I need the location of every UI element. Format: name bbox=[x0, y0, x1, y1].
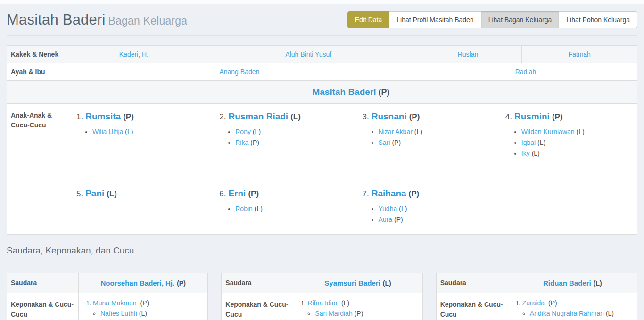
grandparents-row: Kakek & Nenek Kaderi, H. Aluh Binti Yusu… bbox=[7, 46, 637, 63]
row-label-parents: Ayah & Ibu bbox=[7, 63, 65, 81]
row-label-person bbox=[7, 81, 65, 104]
view-family-chart-button[interactable]: Lihat Bagan Keluarga bbox=[481, 11, 560, 28]
sibling-row: SaudaraNoorsehan Baderi, Hj.(P) bbox=[7, 273, 208, 293]
grandchildren-list: Wildan Kurniawan(L)Iqbal(L)Iky(L) bbox=[513, 128, 628, 157]
grandchild-name-link[interactable]: Rony bbox=[235, 128, 251, 135]
nephew-children-list: Nafies Luthfi(L) bbox=[93, 310, 204, 317]
child-entry: 7.Raihana(P)Yudha(L)Aura(P) bbox=[351, 175, 494, 234]
gender-label: (P) bbox=[177, 279, 186, 287]
view-profile-button[interactable]: Lihat Profil Masitah Baderi bbox=[389, 11, 481, 28]
grandchild-name-link[interactable]: Iky bbox=[521, 150, 530, 157]
grandchildren-list: Nizar Akbar(L)Sari(P) bbox=[370, 128, 486, 146]
children-grid: 1.Rumsita(P)Wilia Ulfija(L)2.Rusman Riad… bbox=[65, 104, 637, 234]
child-heading: 2.Rusman Riadi(L) bbox=[219, 111, 342, 122]
person-row: Masitah Baderi(P) bbox=[7, 81, 637, 104]
child-name-link[interactable]: Pani bbox=[85, 188, 104, 198]
grandchild-name-link[interactable]: Rika bbox=[235, 139, 248, 146]
nephew-child-name-link[interactable]: Nafies Luthfi bbox=[100, 310, 137, 317]
child-heading: 5.Pani(L) bbox=[76, 188, 199, 199]
nephew-number: 1. bbox=[516, 300, 520, 307]
nephew-name-link[interactable]: Muna Makmun bbox=[93, 299, 137, 307]
child-name-link[interactable]: Raihana bbox=[372, 188, 406, 198]
grandchildren-list: Yudha(L)Aura(P) bbox=[370, 205, 486, 223]
grandchild-item: Wilia Ulfija(L) bbox=[92, 128, 199, 135]
grandparent-link[interactable]: Kaderi, H. bbox=[119, 51, 149, 58]
nephew-children-list: Andika Nugraha Rahman(L) bbox=[522, 310, 633, 317]
person-cell: Masitah Baderi(P) bbox=[65, 81, 637, 104]
grandchild-item: Sari(P) bbox=[379, 139, 486, 146]
nephews-row: Keponakan & Cucu-Cucu1.Muna Makmun (P)Na… bbox=[7, 293, 208, 320]
father-link[interactable]: Anang Baderi bbox=[219, 68, 259, 76]
nephew-name-link[interactable]: Rifna Idiar bbox=[307, 299, 338, 307]
view-family-tree-button[interactable]: Lihat Pohon Keluarga bbox=[559, 11, 637, 28]
child-name-link[interactable]: Rumsita bbox=[85, 111, 121, 121]
children-row: 5.Pani(L)6.Erni(P)Robin(L)7.Raihana(P)Yu… bbox=[65, 175, 637, 234]
edit-data-button[interactable]: Edit Data bbox=[347, 11, 390, 28]
child-name-link[interactable]: Rusmini bbox=[514, 111, 550, 121]
child-name-link[interactable]: Rusman Riadi bbox=[228, 111, 288, 121]
nephew-heading: 1.Rifna Idiar (L) bbox=[301, 299, 418, 307]
child-name-link[interactable]: Rusnani bbox=[372, 111, 407, 121]
mother-link[interactable]: Radiah bbox=[515, 68, 536, 76]
row-label-sibling: Saudara bbox=[436, 273, 508, 293]
child-entry: 5.Pani(L) bbox=[65, 175, 208, 234]
child-heading: 1.Rumsita(P) bbox=[76, 111, 199, 122]
child-heading: 7.Raihana(P) bbox=[363, 188, 486, 199]
grandchild-name-link[interactable]: Wilia Ulfija bbox=[92, 128, 123, 135]
row-label-grandparents: Kakek & Nenek bbox=[7, 46, 65, 63]
nephew-number: 1. bbox=[86, 300, 91, 307]
row-label-nephews: Keponakan & Cucu-Cucu bbox=[436, 293, 508, 320]
grandchild-item: Wildan Kurniawan(L) bbox=[521, 128, 628, 135]
nephew-name-link[interactable]: Zuraida bbox=[522, 299, 545, 307]
grandchildren-list: Rony(L)Rika(P) bbox=[227, 128, 342, 146]
grandchild-name-link[interactable]: Nizar Akbar bbox=[379, 128, 413, 135]
gender-label: (P) bbox=[546, 299, 557, 307]
nephew-child-name-link[interactable]: Sari Mardiah bbox=[315, 310, 352, 317]
person-name-link[interactable]: Masitah Baderi bbox=[312, 87, 376, 97]
sibling-name-link[interactable]: Riduan Baderi bbox=[543, 279, 591, 287]
grandchild-name-link[interactable]: Yudha bbox=[379, 205, 397, 212]
grandparent-cell: Aluh Binti Yusuf bbox=[203, 46, 414, 63]
child-number: 3. bbox=[363, 112, 369, 121]
gender-label: (L) bbox=[414, 128, 422, 135]
gender-label: (L) bbox=[125, 128, 133, 135]
grandchild-item: Robin(L) bbox=[235, 205, 342, 212]
grandparent-link[interactable]: Ruslan bbox=[458, 51, 479, 58]
grandchild-name-link[interactable]: Aura bbox=[379, 216, 393, 223]
grandchild-name-link[interactable]: Robin bbox=[235, 205, 253, 212]
child-number: 5. bbox=[76, 189, 83, 198]
sibling-row: SaudaraSyamsuri Baderi(L) bbox=[222, 273, 422, 293]
child-entry: 6.Erni(P)Robin(L) bbox=[208, 175, 351, 234]
grandchild-item: Rony(L) bbox=[235, 128, 342, 135]
page-subtitle: Bagan Keluarga bbox=[108, 15, 188, 27]
gender-label: (L) bbox=[399, 205, 407, 212]
gender-label: (P) bbox=[409, 189, 420, 198]
grandparent-cell: Fatmah bbox=[522, 46, 637, 63]
gender-label: (P) bbox=[552, 112, 563, 121]
sibling-name-link[interactable]: Noorsehan Baderi, Hj. bbox=[100, 279, 174, 287]
nephew-entry: 1.Rifna Idiar (L)Sari Mardiah(P) bbox=[301, 299, 418, 317]
nephew-child-item: Nafies Luthfi(L) bbox=[100, 310, 204, 317]
siblings-section-title: Saudara, Keponakan, dan Cucu bbox=[7, 245, 637, 262]
grandchild-name-link[interactable]: Iqbal bbox=[521, 139, 536, 146]
parents-row: Ayah & Ibu Anang Baderi Radiah bbox=[7, 63, 637, 81]
nephew-children-list: Sari Mardiah(P) bbox=[307, 310, 418, 317]
grandparent-link[interactable]: Fatmah bbox=[568, 51, 590, 58]
nephew-child-name-link[interactable]: Andika Nugraha Rahman bbox=[530, 310, 604, 317]
gender-label: (L) bbox=[139, 310, 147, 317]
gender-label: (P) bbox=[250, 139, 259, 146]
child-name-link[interactable]: Erni bbox=[228, 188, 246, 198]
child-entry: 1.Rumsita(P)Wilia Ulfija(L) bbox=[65, 104, 208, 175]
grandchild-name-link[interactable]: Wildan Kurniawan bbox=[521, 128, 575, 135]
top-strip bbox=[0, 0, 644, 4]
grandchild-item: Yudha(L) bbox=[379, 205, 486, 212]
gender-label: (P) bbox=[139, 299, 149, 307]
children-row: 1.Rumsita(P)Wilia Ulfija(L)2.Rusman Riad… bbox=[65, 104, 637, 175]
grandchild-item: Iky(L) bbox=[521, 150, 628, 157]
grandparent-link[interactable]: Aluh Binti Yusuf bbox=[285, 51, 331, 58]
gender-label: (L) bbox=[290, 112, 301, 121]
sibling-name-link[interactable]: Syamsuri Baderi bbox=[324, 279, 380, 287]
nephew-heading: 1.Muna Makmun (P) bbox=[86, 299, 204, 307]
grandchild-name-link[interactable]: Sari bbox=[379, 139, 390, 146]
person-gender-label: (P) bbox=[379, 87, 390, 97]
